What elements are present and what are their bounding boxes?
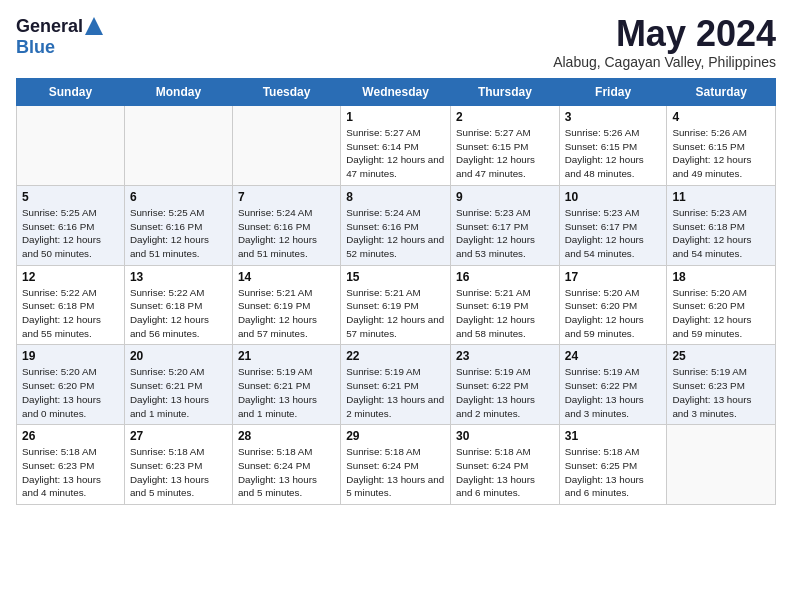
day-info: Sunrise: 5:19 AM Sunset: 6:22 PM Dayligh… [456, 365, 554, 420]
day-info: Sunrise: 5:23 AM Sunset: 6:17 PM Dayligh… [565, 206, 662, 261]
day-number: 18 [672, 270, 770, 284]
svg-marker-0 [85, 17, 103, 35]
day-number: 3 [565, 110, 662, 124]
calendar-cell: 17Sunrise: 5:20 AM Sunset: 6:20 PM Dayli… [559, 265, 667, 345]
calendar-cell: 16Sunrise: 5:21 AM Sunset: 6:19 PM Dayli… [451, 265, 560, 345]
day-info: Sunrise: 5:19 AM Sunset: 6:21 PM Dayligh… [346, 365, 445, 420]
calendar-week-5: 26Sunrise: 5:18 AM Sunset: 6:23 PM Dayli… [17, 425, 776, 505]
day-info: Sunrise: 5:21 AM Sunset: 6:19 PM Dayligh… [238, 286, 335, 341]
day-info: Sunrise: 5:20 AM Sunset: 6:20 PM Dayligh… [22, 365, 119, 420]
day-number: 27 [130, 429, 227, 443]
col-thursday: Thursday [451, 79, 560, 106]
calendar-cell: 12Sunrise: 5:22 AM Sunset: 6:18 PM Dayli… [17, 265, 125, 345]
day-number: 2 [456, 110, 554, 124]
calendar-cell [17, 106, 125, 186]
calendar-cell: 30Sunrise: 5:18 AM Sunset: 6:24 PM Dayli… [451, 425, 560, 505]
day-number: 4 [672, 110, 770, 124]
day-number: 12 [22, 270, 119, 284]
day-number: 19 [22, 349, 119, 363]
day-info: Sunrise: 5:23 AM Sunset: 6:17 PM Dayligh… [456, 206, 554, 261]
day-info: Sunrise: 5:18 AM Sunset: 6:24 PM Dayligh… [238, 445, 335, 500]
col-saturday: Saturday [667, 79, 776, 106]
day-number: 13 [130, 270, 227, 284]
day-info: Sunrise: 5:21 AM Sunset: 6:19 PM Dayligh… [456, 286, 554, 341]
calendar-cell: 3Sunrise: 5:26 AM Sunset: 6:15 PM Daylig… [559, 106, 667, 186]
day-info: Sunrise: 5:24 AM Sunset: 6:16 PM Dayligh… [346, 206, 445, 261]
day-number: 30 [456, 429, 554, 443]
day-info: Sunrise: 5:18 AM Sunset: 6:23 PM Dayligh… [22, 445, 119, 500]
day-info: Sunrise: 5:24 AM Sunset: 6:16 PM Dayligh… [238, 206, 335, 261]
title-area: May 2024 Alabug, Cagayan Valley, Philipp… [553, 16, 776, 70]
day-number: 28 [238, 429, 335, 443]
day-info: Sunrise: 5:20 AM Sunset: 6:21 PM Dayligh… [130, 365, 227, 420]
day-number: 1 [346, 110, 445, 124]
day-number: 31 [565, 429, 662, 443]
calendar-cell: 9Sunrise: 5:23 AM Sunset: 6:17 PM Daylig… [451, 185, 560, 265]
col-friday: Friday [559, 79, 667, 106]
calendar-cell: 19Sunrise: 5:20 AM Sunset: 6:20 PM Dayli… [17, 345, 125, 425]
calendar-cell: 7Sunrise: 5:24 AM Sunset: 6:16 PM Daylig… [232, 185, 340, 265]
day-number: 17 [565, 270, 662, 284]
day-info: Sunrise: 5:27 AM Sunset: 6:14 PM Dayligh… [346, 126, 445, 181]
day-info: Sunrise: 5:26 AM Sunset: 6:15 PM Dayligh… [565, 126, 662, 181]
month-title: May 2024 [553, 16, 776, 52]
day-info: Sunrise: 5:22 AM Sunset: 6:18 PM Dayligh… [22, 286, 119, 341]
day-number: 24 [565, 349, 662, 363]
day-number: 10 [565, 190, 662, 204]
calendar-cell: 5Sunrise: 5:25 AM Sunset: 6:16 PM Daylig… [17, 185, 125, 265]
day-number: 6 [130, 190, 227, 204]
day-number: 16 [456, 270, 554, 284]
col-monday: Monday [124, 79, 232, 106]
calendar-cell: 10Sunrise: 5:23 AM Sunset: 6:17 PM Dayli… [559, 185, 667, 265]
page-header: General Blue May 2024 Alabug, Cagayan Va… [16, 16, 776, 70]
day-info: Sunrise: 5:23 AM Sunset: 6:18 PM Dayligh… [672, 206, 770, 261]
day-info: Sunrise: 5:22 AM Sunset: 6:18 PM Dayligh… [130, 286, 227, 341]
day-info: Sunrise: 5:19 AM Sunset: 6:22 PM Dayligh… [565, 365, 662, 420]
calendar-cell: 13Sunrise: 5:22 AM Sunset: 6:18 PM Dayli… [124, 265, 232, 345]
calendar-cell: 24Sunrise: 5:19 AM Sunset: 6:22 PM Dayli… [559, 345, 667, 425]
calendar-cell: 14Sunrise: 5:21 AM Sunset: 6:19 PM Dayli… [232, 265, 340, 345]
day-number: 15 [346, 270, 445, 284]
calendar-cell: 2Sunrise: 5:27 AM Sunset: 6:15 PM Daylig… [451, 106, 560, 186]
day-number: 7 [238, 190, 335, 204]
day-info: Sunrise: 5:18 AM Sunset: 6:24 PM Dayligh… [346, 445, 445, 500]
calendar-cell: 4Sunrise: 5:26 AM Sunset: 6:15 PM Daylig… [667, 106, 776, 186]
calendar-week-4: 19Sunrise: 5:20 AM Sunset: 6:20 PM Dayli… [17, 345, 776, 425]
logo-blue: Blue [16, 37, 55, 57]
calendar-cell: 1Sunrise: 5:27 AM Sunset: 6:14 PM Daylig… [341, 106, 451, 186]
calendar-week-2: 5Sunrise: 5:25 AM Sunset: 6:16 PM Daylig… [17, 185, 776, 265]
day-number: 11 [672, 190, 770, 204]
day-number: 9 [456, 190, 554, 204]
calendar-cell: 15Sunrise: 5:21 AM Sunset: 6:19 PM Dayli… [341, 265, 451, 345]
calendar-cell: 22Sunrise: 5:19 AM Sunset: 6:21 PM Dayli… [341, 345, 451, 425]
calendar-cell: 18Sunrise: 5:20 AM Sunset: 6:20 PM Dayli… [667, 265, 776, 345]
day-number: 25 [672, 349, 770, 363]
calendar-cell: 26Sunrise: 5:18 AM Sunset: 6:23 PM Dayli… [17, 425, 125, 505]
day-info: Sunrise: 5:25 AM Sunset: 6:16 PM Dayligh… [22, 206, 119, 261]
day-info: Sunrise: 5:25 AM Sunset: 6:16 PM Dayligh… [130, 206, 227, 261]
calendar-table: Sunday Monday Tuesday Wednesday Thursday… [16, 78, 776, 505]
calendar-week-1: 1Sunrise: 5:27 AM Sunset: 6:14 PM Daylig… [17, 106, 776, 186]
calendar-cell: 21Sunrise: 5:19 AM Sunset: 6:21 PM Dayli… [232, 345, 340, 425]
day-number: 23 [456, 349, 554, 363]
calendar-cell [667, 425, 776, 505]
day-number: 5 [22, 190, 119, 204]
day-info: Sunrise: 5:18 AM Sunset: 6:24 PM Dayligh… [456, 445, 554, 500]
day-number: 21 [238, 349, 335, 363]
calendar-cell: 20Sunrise: 5:20 AM Sunset: 6:21 PM Dayli… [124, 345, 232, 425]
calendar-cell [232, 106, 340, 186]
col-wednesday: Wednesday [341, 79, 451, 106]
day-number: 20 [130, 349, 227, 363]
calendar-header-row: Sunday Monday Tuesday Wednesday Thursday… [17, 79, 776, 106]
calendar-cell: 31Sunrise: 5:18 AM Sunset: 6:25 PM Dayli… [559, 425, 667, 505]
logo: General Blue [16, 16, 103, 58]
calendar-cell: 6Sunrise: 5:25 AM Sunset: 6:16 PM Daylig… [124, 185, 232, 265]
day-number: 26 [22, 429, 119, 443]
calendar-cell [124, 106, 232, 186]
col-tuesday: Tuesday [232, 79, 340, 106]
col-sunday: Sunday [17, 79, 125, 106]
day-info: Sunrise: 5:18 AM Sunset: 6:23 PM Dayligh… [130, 445, 227, 500]
logo-icon [85, 17, 103, 35]
calendar-cell: 8Sunrise: 5:24 AM Sunset: 6:16 PM Daylig… [341, 185, 451, 265]
calendar-cell: 23Sunrise: 5:19 AM Sunset: 6:22 PM Dayli… [451, 345, 560, 425]
